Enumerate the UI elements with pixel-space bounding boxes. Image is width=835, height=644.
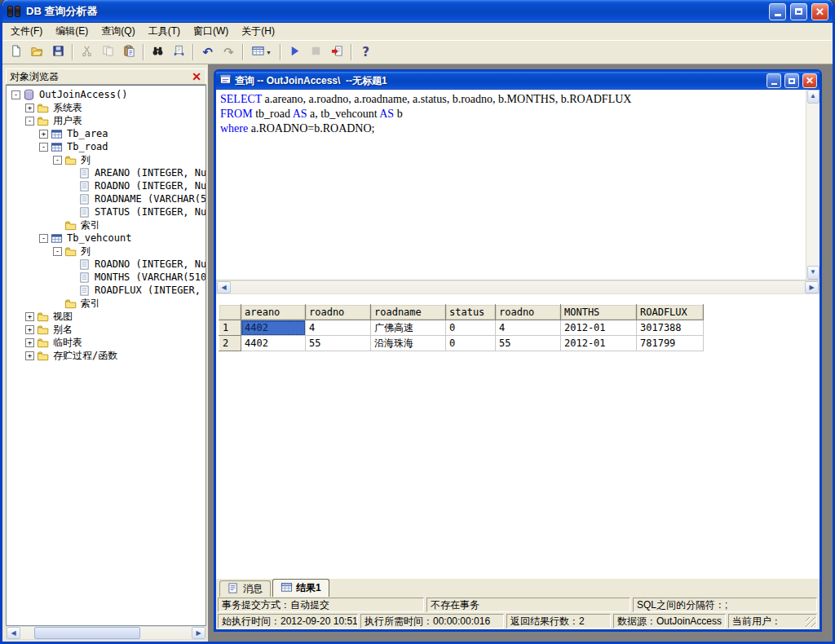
scroll-down-arrow-icon[interactable]: ▼ <box>807 266 820 280</box>
grid-cell[interactable]: 4 <box>496 320 561 336</box>
scroll-right-arrow-icon[interactable]: ▶ <box>805 281 819 293</box>
menu-item-3[interactable]: 工具(T) <box>142 23 187 40</box>
tree-item-tb_road[interactable]: -Tb_road <box>8 140 205 153</box>
open-button[interactable] <box>27 42 47 62</box>
grid-cell[interactable]: 2012-01 <box>561 336 637 351</box>
scroll-right-arrow-icon[interactable]: ▶ <box>192 627 205 639</box>
sql-horizontal-scrollbar[interactable]: ◀ ▶ <box>216 280 820 294</box>
tree-item-tb_vehcount[interactable]: -Tb_vehcount <box>8 232 205 245</box>
collapse-icon[interactable]: - <box>39 234 48 243</box>
maximize-button[interactable] <box>790 3 807 20</box>
redo-button[interactable]: ↷ <box>219 42 239 62</box>
column-header-status[interactable]: status <box>446 305 496 320</box>
row-header-1[interactable]: 1 <box>219 320 241 336</box>
help-button[interactable]: ? <box>356 42 376 62</box>
expand-icon[interactable]: + <box>25 312 34 321</box>
sql-vertical-scrollbar[interactable]: ▲ ▼ <box>806 90 820 280</box>
tree-item-roadno-integer-null[interactable]: ROADNO (INTEGER, Null <box>8 179 205 192</box>
minimize-button[interactable] <box>769 3 786 20</box>
tree-item-用户表[interactable]: -用户表 <box>8 114 205 127</box>
grid-cell[interactable]: 4402 <box>241 336 306 351</box>
new-query-button[interactable] <box>6 42 26 62</box>
column-header-roadno[interactable]: roadno <box>306 305 371 320</box>
collapse-icon[interactable]: - <box>39 143 48 152</box>
grid-cell[interactable]: 2012-01 <box>561 320 637 336</box>
scroll-track[interactable] <box>807 104 820 266</box>
collapse-icon[interactable]: - <box>53 247 62 256</box>
cut-button[interactable] <box>77 42 97 62</box>
tree-item-系统表[interactable]: +系统表 <box>8 101 205 114</box>
tree-item-tb_area[interactable]: +Tb_area <box>8 127 205 140</box>
copy-button[interactable] <box>98 42 118 62</box>
tree-item-别名[interactable]: +别名 <box>8 323 205 336</box>
panel-close-button[interactable]: ✕ <box>189 71 204 82</box>
stop-button[interactable] <box>306 42 326 62</box>
tree-item-roadflux-integer-nu[interactable]: ROADFLUX (INTEGER, Nu <box>8 284 205 297</box>
tree-item-months-varchar-510-[interactable]: MONTHS (VARCHAR(510), <box>8 271 205 284</box>
expand-icon[interactable]: + <box>25 351 34 360</box>
scroll-left-arrow-icon[interactable]: ◀ <box>7 627 20 639</box>
grid-cell[interactable]: 0 <box>446 320 496 336</box>
tree-item-索引[interactable]: 索引 <box>8 218 205 232</box>
expand-icon[interactable]: + <box>25 104 34 112</box>
scroll-track[interactable] <box>231 281 805 293</box>
query-minimize-button[interactable] <box>767 73 781 88</box>
column-header-roadno[interactable]: roadno <box>496 305 561 320</box>
menu-item-0[interactable]: 文件(F) <box>4 23 49 40</box>
scroll-left-arrow-icon[interactable]: ◀ <box>217 281 231 293</box>
scroll-up-arrow-icon[interactable]: ▲ <box>807 90 820 104</box>
resize-grip[interactable] <box>806 617 815 627</box>
tab-消息[interactable]: 消息 <box>219 580 271 597</box>
grid-cell[interactable]: 0 <box>446 336 496 351</box>
menu-item-2[interactable]: 查询(Q) <box>95 23 141 40</box>
grid-cell[interactable]: 4402 <box>241 320 306 336</box>
grid-cell[interactable]: 55 <box>496 336 561 351</box>
scroll-track[interactable] <box>20 627 192 639</box>
tree-item-视图[interactable]: +视图 <box>8 310 205 323</box>
column-header-ROADFLUX[interactable]: ROADFLUX <box>637 305 704 320</box>
query-close-button[interactable]: ✕ <box>802 73 817 88</box>
expand-icon[interactable]: + <box>25 338 34 347</box>
scroll-thumb[interactable] <box>34 627 140 639</box>
tree-item-列[interactable]: -列 <box>8 245 205 258</box>
column-header-MONTHS[interactable]: MONTHS <box>561 305 637 320</box>
grid-cell[interactable]: 55 <box>306 336 371 351</box>
tree-item-areano-integer-null[interactable]: AREANO (INTEGER, Null <box>8 166 205 179</box>
tree-item-outjoinaccess-[interactable]: -OutJoinAccess() <box>8 88 205 101</box>
replace-button[interactable] <box>169 42 189 62</box>
tree-item-存贮过程-函数[interactable]: +存贮过程/函数 <box>8 349 205 362</box>
grid-cell[interactable]: 广佛高速 <box>371 320 446 336</box>
tree-item-临时表[interactable]: +临时表 <box>8 336 205 349</box>
grid-cell[interactable]: 沿海珠海 <box>371 336 446 351</box>
menu-item-5[interactable]: 关于(H) <box>235 23 281 40</box>
tree-item-status-integer-null[interactable]: STATUS (INTEGER, Null <box>8 205 205 218</box>
sql-editor[interactable]: SELECT a.areano, a.roadno, a.roadname, a… <box>216 90 806 280</box>
menu-item-4[interactable]: 窗口(W) <box>187 23 235 40</box>
collapse-icon[interactable]: - <box>25 117 34 126</box>
export-button[interactable] <box>327 42 347 62</box>
grid-cell[interactable]: 781799 <box>637 336 704 351</box>
paste-button[interactable] <box>119 42 139 62</box>
grid-cell[interactable]: 4 <box>306 320 371 336</box>
find-button[interactable] <box>148 42 168 62</box>
grid-mode-button[interactable]: ▼ <box>247 42 276 62</box>
menu-item-1[interactable]: 编辑(E) <box>49 23 95 40</box>
collapse-icon[interactable]: - <box>11 90 20 99</box>
dropdown-arrow-icon[interactable]: ▼ <box>266 50 272 55</box>
tree-horizontal-scrollbar[interactable]: ◀ ▶ <box>6 626 206 640</box>
collapse-icon[interactable]: - <box>53 156 62 165</box>
close-button[interactable]: ✕ <box>811 3 828 20</box>
tree-item-roadno-integer-null[interactable]: ROADNO (INTEGER, Null <box>8 258 205 271</box>
execute-button[interactable] <box>285 42 305 62</box>
column-header-areano[interactable]: areano <box>241 305 306 320</box>
save-button[interactable] <box>48 42 68 62</box>
undo-button[interactable]: ↶ <box>197 42 218 62</box>
grid-corner-cell[interactable] <box>219 305 241 320</box>
expand-icon[interactable]: + <box>39 130 48 139</box>
tree-item-列[interactable]: -列 <box>8 153 205 166</box>
tab-结果1[interactable]: 结果1 <box>272 579 329 597</box>
query-restore-button[interactable] <box>784 73 799 88</box>
row-header-2[interactable]: 2 <box>219 336 241 351</box>
expand-icon[interactable]: + <box>25 325 34 334</box>
tree-item-索引[interactable]: 索引 <box>8 297 205 310</box>
